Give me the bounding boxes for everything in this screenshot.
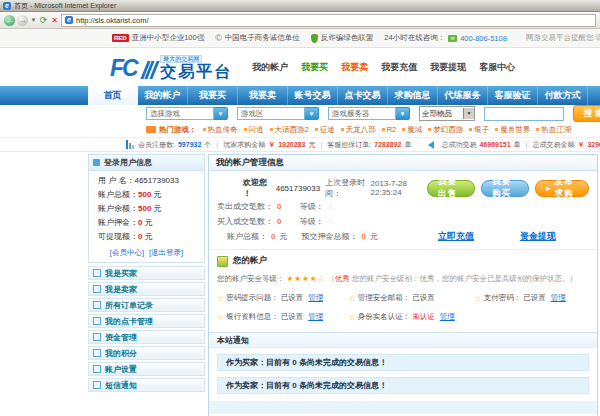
bullet-icon [270, 128, 273, 131]
nav-tab-service-verify[interactable]: 客服验证 [488, 86, 538, 105]
page-icon: e [65, 16, 73, 24]
hot-game-link[interactable]: 热血传奇 [203, 125, 238, 135]
total-value: 500 [138, 190, 151, 199]
header-nav-sell[interactable]: 我要卖 [341, 61, 368, 74]
item-type-select-value: 全部物品 [422, 109, 452, 119]
sidebar-item-all-orders[interactable]: 所有订单记录 [88, 298, 205, 312]
forward-button[interactable]: → [17, 15, 28, 26]
game-select[interactable]: 选择游戏 ▼ [146, 107, 228, 120]
history-dropdown-icon[interactable]: ▼ [30, 17, 37, 23]
logo-name: 交易平台 [160, 64, 232, 80]
site-header: FC 最大的交易网 交易平台 我的帐户 我要买 我要卖 我要充值 我要提现 客服… [0, 48, 600, 86]
hot-game-link[interactable]: 热血江湖 [536, 125, 571, 135]
security-item-status: 未认证 [412, 312, 435, 322]
header-nav-service[interactable]: 客服中心 [479, 61, 515, 74]
logout-link[interactable]: [退出登录] [149, 248, 183, 258]
bullet-icon [536, 128, 539, 131]
header-nav-recharge[interactable]: 我要充值 [381, 61, 417, 74]
back-button[interactable]: ← [4, 15, 15, 26]
security-item-status: 已设置 [412, 293, 435, 303]
hot-game-label: 魔兽世界 [500, 125, 530, 135]
logo-waves-icon [144, 61, 156, 79]
header-nav-buy[interactable]: 我要买 [301, 61, 328, 74]
url-input[interactable]: e http://sls.oktarist.com/ [61, 14, 596, 27]
address-bar: ← → ▼ ⟳ ✕ e http://sls.oktarist.com/ [0, 12, 600, 29]
sell-button[interactable]: 我要出售 [427, 180, 475, 197]
search-button[interactable]: 搜 索 [573, 105, 600, 122]
district-select[interactable]: 游戏区 ▼ [237, 107, 319, 120]
server-select[interactable]: 游戏服务器 ▼ [328, 107, 410, 120]
panel-body: 欢迎您 ！ 4651739033 上次登录时间： 2013-7-28 22:35… [209, 171, 597, 416]
row-label: 账户押金： [98, 218, 138, 227]
sidebar-item-sms[interactable]: 短信通知 [88, 378, 205, 392]
sidebar-item-funds[interactable]: 资金管理 [88, 330, 205, 344]
manage-link[interactable]: 管理 [308, 293, 323, 303]
sidebar-item-label: 我的点卡管理 [105, 316, 153, 327]
stat-label: 会员注册数: [138, 140, 175, 150]
nav-tab-wanted[interactable]: 求购信息 [388, 86, 438, 105]
login-user-info-body: 用 户 名：4651739033 账户总额：500 元 账户余额：500 元 账… [89, 171, 204, 246]
row-label: 账户余额： [98, 204, 138, 213]
sidebar-item-seller[interactable]: 我是卖家 [88, 282, 205, 296]
header-nav-withdraw[interactable]: 我要提现 [430, 61, 466, 74]
empty-notice-strip [209, 401, 597, 414]
manage-link[interactable]: 管理 [440, 312, 455, 322]
nav-tab-my-account[interactable]: 我的帐户 [138, 86, 188, 105]
logo-tagline: 最大的交易网 [160, 55, 202, 63]
hot-games-label: 热门游戏： [146, 125, 197, 135]
hot-game-link[interactable]: 大话西游2 [270, 125, 309, 135]
menu-square-icon [93, 381, 101, 389]
red-badge-icon: RED [112, 34, 129, 42]
nav-tab-home[interactable]: 首页 [88, 86, 138, 105]
manage-link[interactable]: 管理 [551, 293, 566, 303]
post-wanted-label: 发布求购 [554, 176, 578, 200]
username-value: 4651739033 [134, 176, 179, 185]
stat-value-total-amount: 32963598 [587, 141, 600, 148]
sidebar-item-buyer[interactable]: 我是买家 [88, 266, 205, 280]
hotline-number[interactable]: 400-806-5108 [460, 34, 507, 43]
buy-button[interactable]: 我要购买 [481, 180, 529, 197]
hot-game-link[interactable]: 问道 [244, 125, 264, 135]
mail-icon: ✉ [448, 35, 457, 42]
hot-game-link[interactable]: 征途 [315, 125, 335, 135]
game-select-value: 选择游戏 [146, 107, 214, 120]
refresh-button[interactable]: ⟳ [39, 15, 48, 25]
site-logo[interactable]: FC 最大的交易网 交易平台 [110, 55, 232, 80]
stat-label: 总成功交易 [441, 140, 476, 150]
hot-game-link[interactable]: 魔域 [402, 125, 422, 135]
nav-tab-card-trade[interactable]: 点卡交易 [338, 86, 388, 105]
recharge-link[interactable]: 立即充值 [438, 229, 474, 244]
grade-star-icon: ☆ [327, 199, 334, 214]
hot-game-link[interactable]: R2 [382, 125, 397, 134]
nav-tab-sell[interactable]: 我要卖 [238, 86, 288, 105]
sidebar-item-points[interactable]: 我的积分 [88, 346, 205, 360]
hot-game-link[interactable]: 梦幻西游 [428, 125, 463, 135]
security-item-status: 已设置 [523, 293, 546, 303]
sidebar-item-card-manage[interactable]: 我的点卡管理 [88, 314, 205, 328]
sidebar-item-account-settings[interactable]: 账户设置 [88, 362, 205, 376]
item-type-select[interactable]: 全部物品 ▼ [419, 106, 475, 121]
security-item-bank-info: ☆ 银行资料信息： 已设置 管理 [217, 312, 349, 322]
stat-unit: 单 [404, 140, 411, 150]
header-nav-my-account[interactable]: 我的帐户 [252, 61, 288, 74]
badge-asia-top100-label: 亚洲中小型企业100强 [132, 33, 205, 43]
withdraw-link[interactable]: 资金提现 [520, 229, 556, 244]
bullet-icon [428, 128, 431, 131]
manage-link[interactable]: 管理 [308, 312, 323, 322]
balance-row: 账户总额： 0 元 预交押金总额： 0 元 立即充值 资金提现 [217, 229, 589, 244]
lastlogin-label: 上次登录时间： [325, 177, 370, 199]
stop-button[interactable]: ✕ [50, 16, 59, 25]
nav-tab-buy[interactable]: 我要买 [188, 86, 238, 105]
sell-count-value: 0 [277, 199, 281, 214]
hot-game-link[interactable]: 天龙八部 [341, 125, 376, 135]
hot-game-link[interactable]: 魔兽世界 [495, 125, 530, 135]
member-center-link[interactable]: [会员中心] [110, 248, 144, 258]
logo-fc-icon: FC [110, 56, 137, 80]
nav-tab-payment[interactable]: 付款方式 [538, 86, 588, 105]
hot-game-link[interactable]: 银子 [469, 125, 489, 135]
search-input[interactable] [484, 107, 564, 121]
nav-tab-account-trade[interactable]: 账号交易 [288, 86, 338, 105]
divider [209, 249, 597, 250]
nav-tab-powerleveling[interactable]: 代练服务 [438, 86, 488, 105]
post-wanted-button[interactable]: ▸ 发布求购 [535, 180, 589, 197]
